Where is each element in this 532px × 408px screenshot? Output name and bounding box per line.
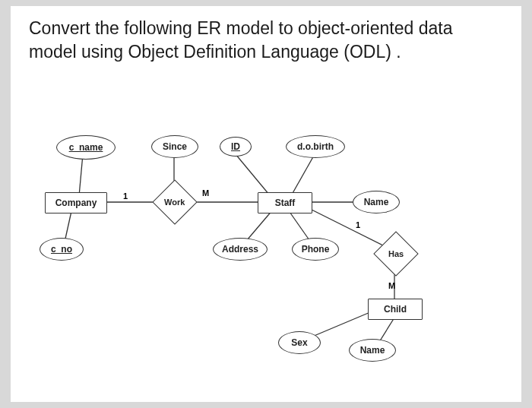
entity-staff: Staff <box>258 192 312 213</box>
er-diagram: c_name Since ID d.o.birth Company Work S… <box>11 112 521 401</box>
attr-c-no: c_no <box>40 238 84 261</box>
attr-c-name-label: c_name <box>69 142 103 153</box>
entity-company-label: Company <box>55 198 97 208</box>
attr-name: Name <box>353 191 400 213</box>
attr-since: Since <box>151 135 198 158</box>
svg-line-5 <box>236 154 269 195</box>
entity-child: Child <box>368 299 423 320</box>
card-staff-has: 1 <box>356 220 360 229</box>
attr-address-label: Address <box>222 244 258 255</box>
attr-name-label: Name <box>364 197 389 207</box>
card-has-child: M <box>388 281 395 290</box>
attr-sex: Sex <box>278 331 321 354</box>
attr-since-label: Since <box>163 141 187 152</box>
attr-c-no-label: c_no <box>51 244 72 255</box>
entity-child-label: Child <box>384 304 407 315</box>
attr-c-name: c_name <box>56 135 116 160</box>
attr-phone-label: Phone <box>302 244 330 255</box>
attr-sex-label: Sex <box>291 337 307 348</box>
attr-dob: d.o.birth <box>286 135 345 158</box>
attr-id: ID <box>220 137 252 157</box>
card-company-work: 1 <box>123 191 128 201</box>
rel-work-label: Work <box>164 198 185 207</box>
entity-company: Company <box>45 192 107 213</box>
entity-staff-label: Staff <box>275 198 296 208</box>
svg-line-0 <box>79 154 83 196</box>
attr-phone: Phone <box>292 238 339 261</box>
attr-address: Address <box>213 238 268 261</box>
attr-child-name: Name <box>349 339 396 362</box>
attr-id-label: ID <box>231 141 240 152</box>
card-work-staff: M <box>202 188 209 198</box>
attr-child-name-label: Name <box>360 345 385 356</box>
rel-has-label: Has <box>388 249 404 258</box>
svg-line-6 <box>292 154 315 195</box>
question-text: Convert the following ER model to object… <box>11 6 521 71</box>
attr-dob-label: d.o.birth <box>297 141 334 152</box>
